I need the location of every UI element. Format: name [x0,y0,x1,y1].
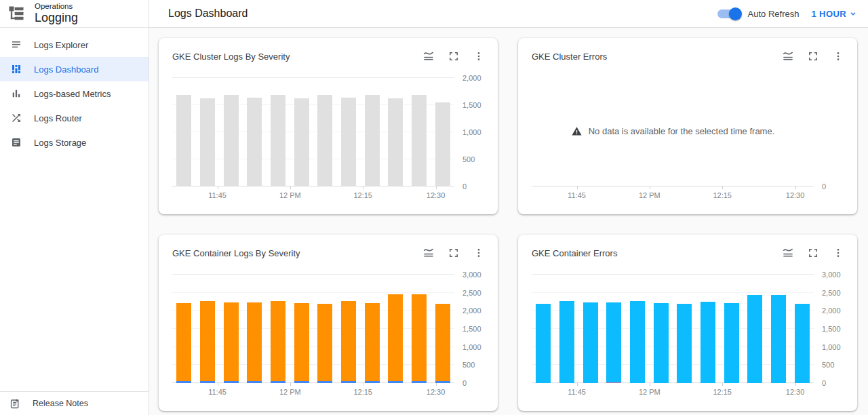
y-tick-label: 3,000 [822,271,841,279]
bar [743,275,767,383]
chart-mode-toggle-button[interactable] [781,50,795,63]
bars-container [532,275,814,383]
fullscreen-icon [807,247,819,259]
y-tick-label: 3,000 [462,271,481,279]
y-tick-label: 1,000 [822,343,841,351]
wave-chart-icon [422,50,435,63]
bar [431,78,454,186]
logs-explorer-icon [10,39,22,51]
chart-mode-toggle-button[interactable] [422,246,435,260]
sidebar-item-logs-router[interactable]: Logs Router [0,106,149,130]
sidebar-item-logs-storage[interactable]: Logs Storage [0,130,149,155]
more-vert-icon [833,51,844,62]
wave-chart-icon [781,50,795,63]
x-tick-label: 12:15 [353,388,372,396]
bar-segment-default [388,98,403,186]
sidebar-item-logs-based-metrics[interactable]: Logs-based Metrics [0,81,149,106]
bars-container [172,275,454,383]
fullscreen-button[interactable] [806,50,820,63]
bar-segment-info [341,301,356,381]
sidebar-item-label: Logs Explorer [34,40,88,50]
fullscreen-button[interactable] [447,246,460,260]
bar-segment-default [176,95,191,186]
x-axis-labels: 11:4512 PM12:1512:30 [532,186,814,204]
bar-segment-error [701,302,715,383]
warning-icon [571,125,583,137]
chart-card-gke-cluster-errors: GKE Cluster Errors [518,38,857,214]
chart-menu-button[interactable] [472,50,486,63]
bar [696,275,720,383]
y-axis-labels: 05001,0001,5002,0002,5003,000 [814,275,854,383]
sidebar-item-logs-dashboard[interactable]: Logs Dashboard [0,57,149,81]
sidebar-item-label: Logs Dashboard [34,64,98,75]
y-tick-label: 1,000 [462,343,481,351]
chart-card-gke-container-logs: GKE Container Logs By Severity [159,235,498,411]
bar-segment-info [388,294,403,381]
y-tick-label: 1,000 [462,129,481,136]
chart-card-gke-cluster-logs: GKE Cluster Logs By Severity [159,38,498,214]
bar-segment-info [365,303,380,382]
bar [673,275,696,383]
bar-segment-info [294,303,309,382]
bar [649,275,673,383]
fullscreen-icon [448,50,460,62]
x-tick-label: 12:30 [427,388,446,396]
release-notes-icon [9,398,21,410]
fullscreen-button[interactable] [447,50,460,63]
chart-menu-button[interactable] [831,246,845,260]
chart-plot[interactable] [172,275,454,383]
x-tick-label: 12:30 [786,388,805,396]
chart-title: GKE Cluster Errors [532,50,607,62]
x-tick-label: 12:30 [786,191,805,199]
y-tick-label: 500 [462,156,475,163]
x-axis-labels: 11:4512 PM12:1512:30 [532,383,814,401]
bar [267,275,290,383]
x-tick-label: 12:15 [713,388,732,396]
x-axis-labels: 11:4512 PM12:1512:30 [172,383,454,401]
bar [313,275,337,383]
chart-mode-toggle-button[interactable] [422,50,435,63]
chart-menu-button[interactable] [831,50,845,63]
y-tick-label: 2,500 [822,289,841,296]
y-tick-label: 1,500 [462,325,481,333]
chart-mode-toggle-button[interactable] [781,246,795,260]
bar-segment-default [294,98,309,186]
app-window: Operations Logging Logs Explorer [0,0,868,415]
x-tick-label: 12 PM [279,388,301,396]
logs-dashboard-icon [10,63,22,75]
auto-refresh-label: Auto Refresh [748,9,800,19]
chart-menu-button[interactable] [472,246,486,260]
chart-plot[interactable] [532,275,814,383]
toggle-knob [729,7,742,20]
bar-segment-default [365,95,380,186]
bar-segment-default [341,98,356,186]
bar [360,78,384,186]
y-tick-label: 0 [462,183,467,191]
bar-segment-info [200,301,215,381]
y-axis-labels: 0 [814,78,854,186]
y-tick-label: 2,000 [822,307,841,315]
y-tick-label: 1,500 [822,325,841,333]
auto-refresh-toggle[interactable] [717,9,740,18]
bar-segment-info [224,302,239,382]
logs-router-icon [10,112,22,124]
bar [290,275,313,383]
sidebar-item-label: Release Notes [33,399,88,408]
x-tick-label: 12:30 [427,191,446,199]
chart-plot[interactable] [172,78,454,186]
y-tick-label: 2,500 [462,289,481,296]
bar-segment-info [271,301,285,381]
sidebar-item-release-notes[interactable]: Release Notes [0,391,149,415]
sidebar-item-logs-explorer[interactable]: Logs Explorer [0,33,149,57]
x-tick-label: 11:45 [208,191,226,199]
sidebar-nav: Logs Explorer Logs Dashboard [0,28,149,155]
bar-segment-default [412,95,427,186]
time-range-dropdown[interactable]: 1 HOUR [811,9,857,19]
chart-title: GKE Container Logs By Severity [172,246,300,258]
x-tick-label: 12:15 [353,191,372,199]
chevron-down-icon [849,9,857,18]
bar-segment-error [654,303,669,383]
bar [532,275,555,383]
fullscreen-button[interactable] [806,246,820,260]
bar-segment-default [224,95,239,186]
